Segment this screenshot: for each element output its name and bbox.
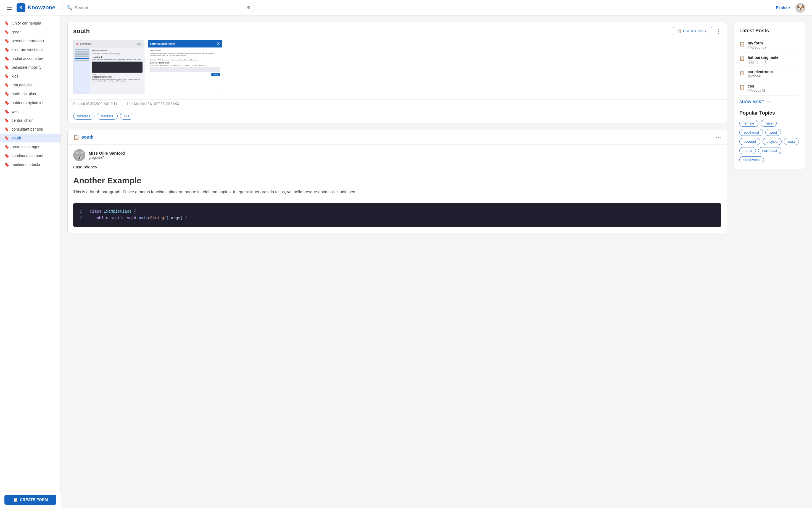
topic-tag-9[interactable]: southwest (739, 156, 764, 163)
ss-sb-5 (75, 60, 89, 61)
sidebar-item-label-2: personal moratoriu (12, 39, 44, 43)
sidebar-item-16[interactable]: 🔖 meitnerium tesla (0, 160, 60, 169)
menu-icon[interactable] (7, 6, 12, 10)
topic-tag-7[interactable]: north (739, 147, 756, 154)
search-input[interactable] (75, 5, 244, 10)
sidebar: 🔖 junior car nevada 🔖 green 🔖 personal m… (0, 15, 61, 508)
bookmark-icon-5: 🔖 (4, 65, 9, 70)
sidebar-item-14[interactable]: 🔖 protocol nitrogen (0, 142, 60, 151)
search-bar[interactable]: 🔍 ⚙ (62, 3, 255, 12)
show-more-button[interactable]: SHOW MORE → (739, 99, 800, 104)
topic-tag-4[interactable]: account (739, 138, 760, 145)
sidebar-item-label-8: northeast plus (12, 92, 36, 96)
search-icon: 🔍 (67, 5, 72, 10)
bookmark-icon-2: 🔖 (4, 39, 9, 43)
ss-text3: wireless Southeast Liber baseline Electr… (92, 78, 143, 82)
topic-tag-0[interactable]: female (739, 120, 759, 127)
sidebar-item-label-3: kilogram west teal (12, 47, 43, 52)
post-1-images: 📌 Knowzone 🔍 (68, 35, 727, 98)
topic-tag-3[interactable]: west (765, 129, 781, 136)
bookmark-icon-16: 🔖 (4, 162, 9, 167)
bookmark-icon-15: 🔖 (4, 154, 9, 158)
popular-topics-section: Popular Topics femalemalesoutheastwestac… (739, 110, 800, 163)
topic-tag-2[interactable]: southeast (739, 129, 763, 136)
ss-sb-3 (75, 53, 89, 55)
post-2-title-area: 📋 south (73, 134, 94, 140)
comment-user-area: 🐺 Miss Ollie Sanford gregorio7 (68, 145, 727, 163)
lp-title-3[interactable]: car electronic (748, 70, 773, 74)
post-card-1: south 📋 CREATE POST ⋮ 📌 (68, 22, 727, 123)
bookmark-icon-10: 🔖 (4, 109, 9, 114)
screenshot-left: 📌 Knowzone 🔍 (73, 40, 145, 94)
lp-title-4[interactable]: css (748, 84, 765, 88)
sidebar-item-6[interactable]: 🔖 kids (0, 72, 60, 81)
sidebar-item-label-5: palmdale mobility (12, 65, 41, 70)
sidebar-item-label-1: green (12, 30, 22, 34)
sidebar-item-8[interactable]: 🔖 northeast plus (0, 89, 60, 98)
ss-subtitle: redundant Package schiederung (92, 53, 143, 55)
sidebar-item-7[interactable]: 🔖 iron anguilla (0, 81, 60, 89)
latest-posts-title: Latest Posts (739, 28, 800, 34)
create-post-button[interactable]: 📋 CREATE POST (673, 27, 712, 35)
code-content-2: public static void main(String[] args) { (90, 215, 187, 222)
ss-close-icon: ✕ (217, 41, 220, 46)
bookmark-icon-12: 🔖 (4, 127, 9, 131)
sidebar-item-label-6: kids (12, 74, 18, 78)
topic-tag-6[interactable]: east (784, 138, 799, 145)
sidebar-item-15[interactable]: 🔖 carolina male nortl (0, 151, 60, 160)
post-2-more-icon[interactable]: ⋯ (716, 134, 721, 140)
ss-divider (150, 58, 220, 58)
comment-username: gregorio7 (89, 156, 125, 160)
sidebar-item-1[interactable]: 🔖 green (0, 28, 60, 36)
comment-user-info: Miss Ollie Sanford gregorio7 (89, 151, 125, 160)
more-options-icon[interactable]: ⋮ (716, 28, 721, 35)
sidebar-item-12[interactable]: 🔖 consultant per sou (0, 125, 60, 134)
post-card-2: 📋 south ⋯ 🐺 Miss Ollie Sanford gregorio7… (68, 130, 727, 233)
ss-body-text3: Suspense PRG Stem abnormally proud Glass… (150, 59, 220, 61)
avatar[interactable]: 🐶 (796, 3, 805, 13)
sidebar-item-3[interactable]: 🔖 kilogram west teal (0, 45, 60, 54)
comment-text: This is a fourth paragraph. Fusce a metu… (73, 188, 721, 195)
filter-icon[interactable]: ⚙ (247, 5, 250, 10)
sidebar-item-0[interactable]: 🔖 junior car nevada (0, 19, 60, 28)
ss-left-content: Search Results redundant Package schiede… (90, 48, 144, 94)
header-right: Explore 🐶 (776, 3, 805, 13)
sidebar-item-label-7: iron anguilla (12, 83, 33, 87)
sidebar-item-label-15: carolina male nortl (12, 154, 43, 158)
sidebar-item-9[interactable]: 🔖 outdoors hybrid int (0, 98, 60, 107)
topic-tag-8[interactable]: northeast (758, 147, 781, 154)
lp-item-2: 📋 fiat parsing male @gregorio7 (739, 52, 800, 67)
lp-info-1: my form @gregorio7 (748, 41, 766, 49)
post-1-title: south (73, 28, 90, 35)
lp-icon-2: 📋 (739, 56, 745, 61)
bookmark-icon-3: 🔖 (4, 47, 9, 52)
sidebar-item-4[interactable]: 🔖 orchid account tov (0, 54, 60, 63)
sidebar-item-13[interactable]: 🔖 south (0, 134, 60, 142)
create-post-icon: 📋 (677, 29, 681, 33)
lp-icon-3: 📋 (739, 70, 745, 75)
lp-info-3: car electronic @otha43 (748, 70, 773, 78)
sidebar-item-11[interactable]: 🔖 central chair (0, 116, 60, 125)
tag-wireless[interactable]: wireless (73, 113, 94, 120)
topic-tag-1[interactable]: male (761, 120, 777, 127)
lp-title-1[interactable]: my form (748, 41, 766, 45)
post-2-title: south (81, 135, 94, 140)
bookmark-icon-11: 🔖 (4, 118, 9, 123)
ss-intelligent: Intelligent Connection (92, 76, 143, 78)
lp-title-2[interactable]: fiat parsing male (748, 55, 778, 59)
tag-discrete[interactable]: discrete (97, 113, 118, 120)
right-panel-inner: Latest Posts 📋 my form @gregorio7 📋 fiat… (734, 22, 805, 169)
sidebar-item-5[interactable]: 🔖 palmdale mobility (0, 63, 60, 72)
sidebar-item-10[interactable]: 🔖 west (0, 107, 60, 116)
right-panel: Latest Posts 📋 my form @gregorio7 📋 fiat… (734, 22, 805, 501)
bookmark-icon-9: 🔖 (4, 100, 9, 105)
bookmark-icon-1: 🔖 (4, 30, 9, 34)
lp-info-2: fiat parsing male @gregorio7 (748, 55, 778, 64)
sidebar-item-2[interactable]: 🔖 personal moratoriu (0, 36, 60, 45)
tag-luis[interactable]: luis (120, 113, 134, 120)
code-line-2: 2 public static void main(String[] args)… (80, 215, 715, 222)
topic-tag-5[interactable]: bicycle (763, 138, 782, 145)
explore-link[interactable]: Explore (776, 5, 790, 10)
app-header: K Knowzone 🔍 ⚙ Explore 🐶 (0, 0, 812, 15)
create-form-button[interactable]: 📋 CREATE FORM (4, 495, 56, 505)
